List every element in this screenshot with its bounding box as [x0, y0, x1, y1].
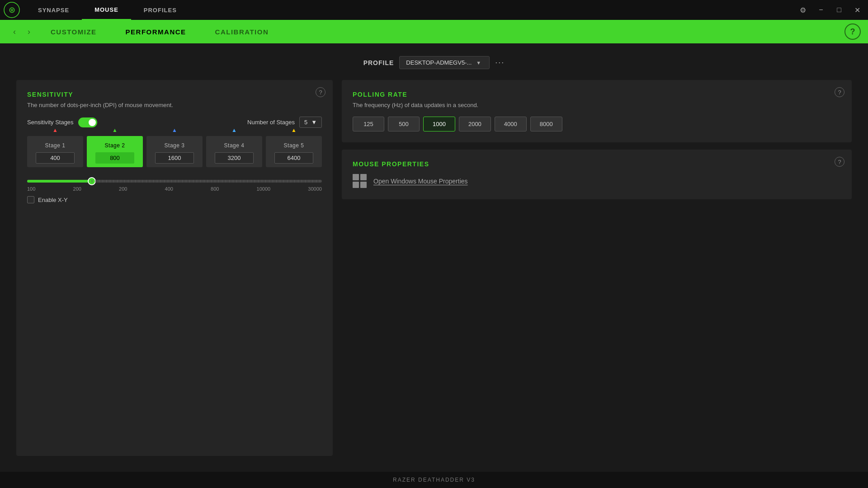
polling-rate-desc: The frequency (Hz) of data updates in a … — [353, 102, 841, 108]
settings-button[interactable]: ⚙ — [796, 3, 810, 17]
slider-track[interactable] — [27, 180, 322, 183]
subnav-customize[interactable]: CUSTOMIZE — [36, 20, 111, 43]
num-stages-row: Number of Stages 5 ▼ — [247, 117, 322, 128]
sensitivity-toggle[interactable] — [78, 117, 97, 127]
stages-dropdown-arrow: ▼ — [311, 119, 317, 126]
num-stages-value: 5 — [304, 119, 307, 126]
slider-labels: 100 200 200 400 800 10000 30000 — [27, 186, 322, 192]
stage-4-input[interactable] — [215, 152, 254, 164]
toggle-knob — [89, 119, 96, 126]
stage-card-5[interactable]: ▲Stage 5 — [266, 136, 322, 167]
sub-nav: ‹ › CUSTOMIZE PERFORMANCE CALIBRATION ? — [0, 20, 868, 43]
polling-btn-8000[interactable]: 8000 — [530, 117, 562, 131]
profile-label: PROFILE — [363, 59, 394, 66]
panels-row: ? SENSITIVITY The number of dots-per-inc… — [16, 80, 852, 456]
stage-2-input[interactable] — [95, 152, 134, 164]
profile-row: PROFILE DESKTOP-ADMEGV5-... ▼ ··· — [16, 56, 852, 69]
main-content: PROFILE DESKTOP-ADMEGV5-... ▼ ··· ? SENS… — [0, 43, 868, 472]
stage-cards: ▲Stage 1▲Stage 2▲Stage 3▲Stage 4▲Stage 5 — [27, 136, 322, 167]
slider-label-400: 200 — [119, 186, 127, 192]
slider-label-10000: 10000 — [257, 186, 271, 192]
polling-buttons: 1255001000200040008000 — [353, 117, 841, 131]
profile-dropdown[interactable]: DESKTOP-ADMEGV5-... ▼ — [399, 56, 490, 69]
stage-2-indicator: ▲ — [112, 127, 118, 133]
sensitivity-desc: The number of dots-per-inch (DPI) of mou… — [27, 102, 322, 108]
stage-card-2[interactable]: ▲Stage 2 — [87, 136, 143, 167]
polling-btn-4000[interactable]: 4000 — [495, 117, 527, 131]
polling-rate-title: POLLING RATE — [353, 91, 841, 98]
sensitivity-panel: ? SENSITIVITY The number of dots-per-inc… — [16, 80, 333, 456]
stage-5-label: Stage 5 — [284, 142, 304, 149]
stage-4-label: Stage 4 — [224, 142, 245, 149]
slider-label-100: 100 — [27, 186, 35, 192]
mouse-properties-link[interactable]: Open Windows Mouse Properties — [353, 174, 841, 188]
stage-1-input[interactable] — [36, 152, 75, 164]
mouse-properties-title: MOUSE PROPERTIES — [353, 160, 841, 168]
minimize-button[interactable]: − — [814, 3, 828, 17]
polling-help-icon[interactable]: ? — [835, 87, 844, 97]
stage-4-indicator: ▲ — [231, 127, 237, 133]
profile-more-button[interactable]: ··· — [495, 58, 505, 67]
polling-btn-1000[interactable]: 1000 — [423, 117, 455, 131]
num-stages-dropdown[interactable]: 5 ▼ — [299, 117, 322, 128]
stage-3-label: Stage 3 — [165, 142, 185, 149]
right-panels: ? POLLING RATE The frequency (Hz) of dat… — [342, 80, 852, 456]
device-name: RAZER DEATHADDER V3 — [393, 477, 475, 483]
windows-logo-icon — [353, 174, 367, 188]
mouse-properties-panel: ? MOUSE PROPERTIES Open Windows Mouse Pr… — [342, 150, 852, 199]
close-button[interactable]: ✕ — [850, 3, 864, 17]
polling-btn-500[interactable]: 500 — [388, 117, 420, 131]
app-logo: ⊛ — [4, 2, 20, 18]
stage-5-input[interactable] — [274, 152, 313, 164]
stage-3-input[interactable] — [155, 152, 194, 164]
stage-3-indicator: ▲ — [172, 127, 177, 133]
polling-btn-125[interactable]: 125 — [353, 117, 384, 131]
stage-card-4[interactable]: ▲Stage 4 — [206, 136, 262, 167]
stage-1-label: Stage 1 — [45, 142, 66, 149]
enable-xy-label: Enable X-Y — [38, 197, 68, 203]
profile-value: DESKTOP-ADMEGV5-... — [406, 59, 472, 66]
sensitivity-title: SENSITIVITY — [27, 91, 322, 98]
help-button[interactable]: ? — [844, 23, 861, 40]
back-arrow[interactable]: ‹ — [7, 24, 22, 39]
mouse-props-help-icon[interactable]: ? — [835, 157, 844, 167]
slider-fill — [27, 180, 92, 183]
subnav-performance[interactable]: PERFORMANCE — [111, 20, 201, 43]
subnav-calibration[interactable]: CALIBRATION — [201, 20, 283, 43]
polling-rate-panel: ? POLLING RATE The frequency (Hz) of dat… — [342, 80, 852, 142]
sensitivity-toggle-row: Sensitivity Stages — [27, 117, 97, 127]
stage-1-indicator: ▲ — [52, 127, 58, 133]
nav-profiles[interactable]: PROFILES — [131, 0, 189, 20]
slider-label-30000: 30000 — [308, 186, 322, 192]
svg-text:⊛: ⊛ — [9, 5, 15, 14]
stage-5-indicator: ▲ — [291, 127, 297, 133]
mouse-properties-link-text: Open Windows Mouse Properties — [373, 178, 468, 185]
maximize-button[interactable]: □ — [832, 3, 846, 17]
stages-controls: Sensitivity Stages Number of Stages 5 ▼ — [27, 117, 322, 128]
slider-label-1600: 800 — [211, 186, 219, 192]
slider-label-800: 400 — [165, 186, 173, 192]
stage-card-1[interactable]: ▲Stage 1 — [27, 136, 83, 167]
enable-xy-checkbox[interactable] — [27, 196, 34, 203]
sensitivity-help-icon[interactable]: ? — [316, 87, 326, 97]
num-stages-label: Number of Stages — [247, 119, 295, 126]
nav-synapse[interactable]: SYNAPSE — [25, 0, 82, 20]
title-bar: ⊛ SYNAPSE MOUSE PROFILES ⚙ − □ ✕ — [0, 0, 868, 20]
enable-xy-row: Enable X-Y — [27, 196, 322, 203]
polling-btn-2000[interactable]: 2000 — [459, 117, 491, 131]
title-bar-nav: SYNAPSE MOUSE PROFILES — [25, 0, 796, 20]
slider-container: 100 200 200 400 800 10000 30000 — [27, 180, 322, 192]
dropdown-arrow-icon: ▼ — [476, 60, 481, 66]
stage-2-label: Stage 2 — [105, 142, 125, 149]
forward-arrow[interactable]: › — [22, 24, 36, 39]
slider-label-200: 200 — [73, 186, 81, 192]
nav-mouse[interactable]: MOUSE — [82, 0, 131, 20]
stage-card-3[interactable]: ▲Stage 3 — [146, 136, 203, 167]
window-controls: ⚙ − □ ✕ — [796, 3, 864, 17]
stages-label: Sensitivity Stages — [27, 119, 74, 126]
footer: RAZER DEATHADDER V3 — [0, 472, 868, 488]
